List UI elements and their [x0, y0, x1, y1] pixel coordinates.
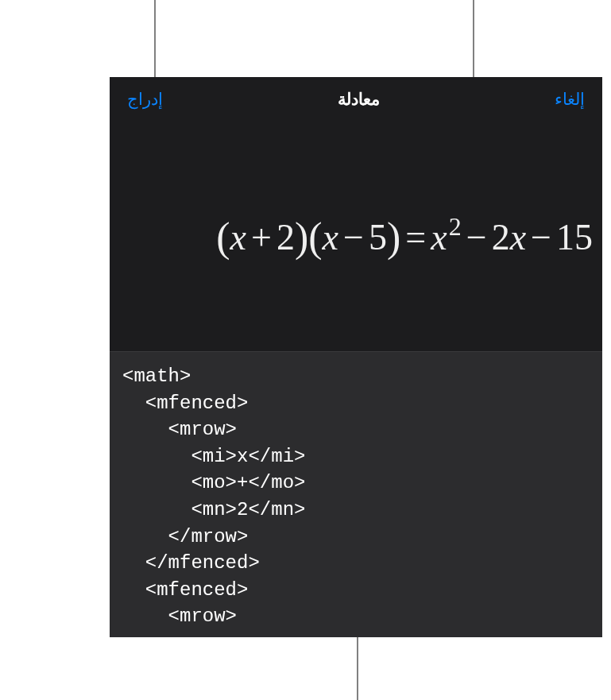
- cancel-button[interactable]: إلغاء: [555, 90, 585, 109]
- paren-close-1: ): [295, 215, 308, 260]
- coef-2: 2: [492, 217, 510, 257]
- var-x-1: x: [230, 217, 246, 257]
- dialog-header: إدراج معادلة إلغاء: [110, 77, 602, 122]
- op-minus-3: −: [531, 217, 551, 257]
- paren-close-2: ): [387, 215, 400, 260]
- dialog-title: معادلة: [338, 90, 380, 109]
- callout-line-insert: [154, 0, 156, 77]
- mathml-source: <math> <mfenced> <mrow> <mi>x</mi> <mo>+…: [122, 363, 590, 630]
- var-x-3: x: [431, 217, 447, 257]
- mathml-code-area[interactable]: <math> <mfenced> <mrow> <mi>x</mi> <mo>+…: [110, 352, 602, 637]
- op-minus-2: −: [466, 217, 487, 257]
- superscript-2: 2: [449, 212, 462, 241]
- num-15: 15: [556, 217, 593, 257]
- insert-button[interactable]: إدراج: [127, 90, 163, 109]
- paren-open-2: (: [308, 215, 322, 260]
- var-x-2: x: [323, 217, 338, 257]
- callout-line-code: [357, 637, 358, 700]
- equation-dialog: إدراج معادلة إلغاء (x+2)(x−5)=x2−2x−15 <…: [110, 77, 602, 637]
- paren-open-1: (: [216, 215, 230, 260]
- op-equals: =: [405, 217, 426, 257]
- num-2: 2: [276, 217, 295, 257]
- op-minus-1: −: [343, 217, 364, 257]
- num-5: 5: [369, 217, 387, 257]
- equation-rendered: (x+2)(x−5)=x2−2x−15: [216, 212, 593, 261]
- op-plus: +: [251, 217, 272, 257]
- var-x-4: x: [510, 217, 526, 257]
- equation-preview-area: (x+2)(x−5)=x2−2x−15: [110, 122, 602, 352]
